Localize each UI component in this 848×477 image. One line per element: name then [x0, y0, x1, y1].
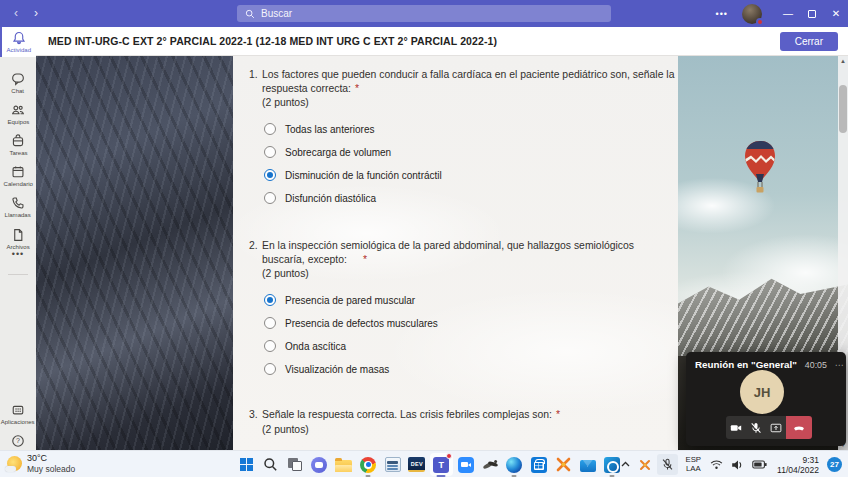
sidebar-item-llamadas[interactable]: Llamadas [0, 191, 36, 222]
radio-icon[interactable] [264, 317, 276, 329]
sidebar-item-label: Calendario [3, 180, 32, 187]
radio-icon[interactable] [264, 363, 276, 375]
radio-option[interactable]: Todas las anteriores [249, 118, 675, 141]
radio-icon[interactable] [264, 192, 276, 204]
orange-x-app-icon [556, 457, 571, 472]
radio-option[interactable]: Disminución de la función contráctil [249, 164, 675, 187]
volume-button[interactable] [727, 451, 748, 477]
orange-x-app-button[interactable] [551, 451, 575, 477]
sidebar-item-tareas[interactable]: Tareas [0, 129, 36, 160]
radio-option[interactable]: Sobrecarga de volumen [249, 141, 675, 164]
register-app-button[interactable] [380, 451, 404, 477]
question-title: En la inspección semiológica de la pared… [262, 240, 634, 265]
sidebar-item-aplicaciones[interactable]: Aplicaciones [0, 398, 36, 429]
radio-option[interactable]: Presencia de pared muscular [249, 289, 675, 312]
start-button[interactable] [234, 451, 258, 477]
option-label: Disminución de la función contráctil [285, 170, 442, 181]
back-icon[interactable]: ‹ [14, 6, 18, 20]
fly-app-button[interactable] [478, 451, 502, 477]
tray-mic-muted-button[interactable] [657, 454, 678, 475]
question-title: Los factores que pueden conducir a falla… [262, 69, 674, 94]
file-explorer-button[interactable] [332, 451, 356, 477]
mail-app-button[interactable] [575, 451, 599, 477]
radio-icon[interactable] [264, 294, 276, 306]
radio-option[interactable]: Disfunción diastólica [249, 187, 675, 210]
meeting-window[interactable]: Reunión en "General" 40:05 ⋯ JH [686, 352, 846, 446]
camera-icon [730, 422, 742, 434]
page-title: MED INT-URG-C EXT 2° PARCIAL 2022-1 (12-… [48, 35, 497, 47]
sidebar: Actividad Chat Equipos Tareas Calendario… [0, 27, 36, 450]
radio-icon[interactable] [264, 169, 276, 181]
question-points: (2 puntos) [249, 96, 675, 110]
sidebar-item-equipos[interactable]: Equipos [0, 98, 36, 129]
required-asterisk: * [363, 254, 367, 265]
question-number: 1. [249, 68, 258, 82]
scrollbar-thumb[interactable] [839, 85, 847, 133]
orange-x-tray-icon [639, 459, 651, 471]
teams-window: ‹ › Buscar ••• — ✕ MED INT-URG-C EXT 2° … [0, 0, 848, 477]
taskbar-search-button[interactable] [258, 451, 282, 477]
notification-count-badge[interactable]: 27 [827, 457, 842, 472]
participant-avatar: JH [740, 370, 784, 414]
chrome-button[interactable] [356, 451, 380, 477]
share-screen-button[interactable] [766, 416, 786, 439]
sidebar-item-calendario[interactable]: Calendario [0, 160, 36, 191]
speaker-icon [731, 459, 744, 471]
minimize-button[interactable]: — [776, 0, 800, 27]
search-input[interactable]: Buscar [237, 5, 611, 22]
language-indicator[interactable]: ESP LAA [680, 456, 706, 473]
microsoft-store-button[interactable] [527, 451, 551, 477]
question-text: 3.Señale la respuesta correcta. Las cris… [249, 408, 675, 422]
radio-icon[interactable] [264, 123, 276, 135]
forward-icon[interactable]: › [34, 6, 38, 20]
wifi-button[interactable] [706, 451, 727, 477]
battery-button[interactable] [748, 451, 771, 477]
maximize-button[interactable] [800, 0, 824, 27]
radio-option[interactable]: Presencia de defectos musculares [249, 312, 675, 335]
scroll-up-icon[interactable]: ▲ [838, 56, 848, 66]
close-button[interactable]: ✕ [824, 0, 848, 27]
meeting-timer: 40:05 [805, 360, 827, 370]
windows-logo-icon [240, 458, 253, 471]
mic-muted-icon [661, 458, 674, 471]
chevron-up-icon [620, 459, 631, 470]
sidebar-item-actividad[interactable]: Actividad [0, 27, 36, 57]
phone-icon [11, 196, 25, 210]
zoom-button[interactable] [454, 451, 478, 477]
sidebar-more-icon[interactable]: ••• [0, 249, 36, 259]
edge-button[interactable] [502, 451, 526, 477]
chrome-icon [360, 457, 376, 473]
sidebar-item-chat[interactable]: Chat [0, 67, 36, 98]
insect-icon [482, 457, 499, 472]
weather-temp: 30°C [27, 453, 75, 464]
weather-widget[interactable]: 30°C Muy soleado [7, 453, 75, 474]
battery-icon [752, 460, 767, 469]
radio-option[interactable]: Visualización de masas [249, 358, 675, 381]
task-view-button[interactable] [283, 451, 307, 477]
avatar[interactable] [742, 4, 762, 24]
task-view-icon-front [292, 461, 302, 471]
dev-app-button[interactable]: DEV [405, 451, 429, 477]
meeting-more-icon[interactable]: ⋯ [835, 362, 844, 368]
sidebar-divider [8, 274, 28, 275]
tray-x-app-button[interactable] [635, 451, 655, 477]
clock[interactable]: 9:31 11/04/2022 [771, 455, 825, 475]
chat-app-button[interactable] [307, 451, 331, 477]
sidebar-item-label: Aplicaciones [1, 418, 35, 425]
chat-app-icon [311, 457, 327, 473]
mic-muted-button[interactable] [746, 416, 766, 439]
bell-icon [12, 31, 26, 45]
tray-chevron-button[interactable] [616, 451, 635, 477]
teams-button[interactable]: T [429, 451, 453, 477]
radio-option[interactable]: Onda ascítica [249, 335, 675, 358]
help-icon: ? [11, 434, 25, 448]
hang-up-button[interactable] [786, 416, 812, 439]
more-options-icon[interactable]: ••• [716, 9, 728, 19]
briefcase-icon [11, 134, 25, 148]
close-form-button[interactable]: Cerrar [780, 32, 838, 51]
radio-icon[interactable] [264, 146, 276, 158]
camera-button[interactable] [726, 416, 746, 439]
question-points: (2 puntos) [249, 423, 675, 437]
taskbar-icons: DEV T [234, 451, 624, 477]
radio-icon[interactable] [264, 340, 276, 352]
